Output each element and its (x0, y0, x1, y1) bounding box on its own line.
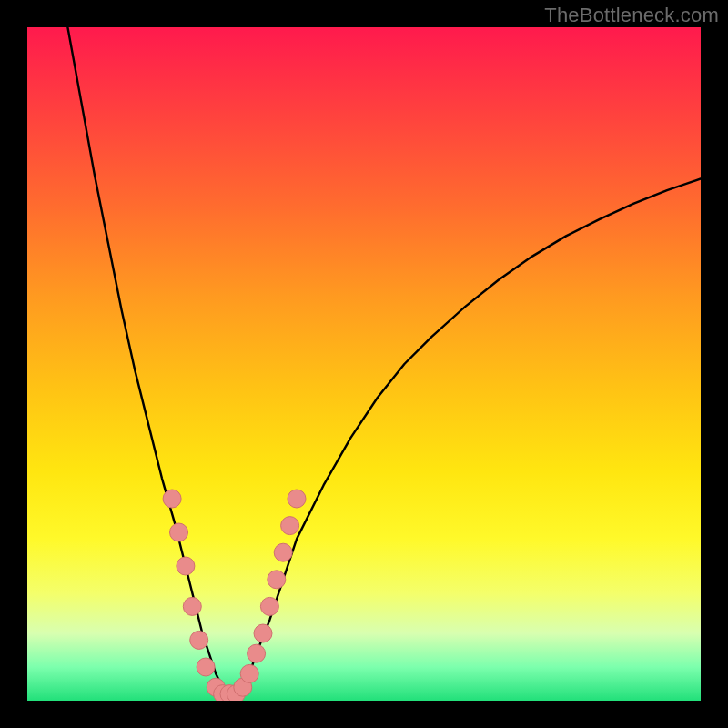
data-marker (281, 517, 299, 535)
data-marker (190, 631, 208, 649)
data-marker (183, 597, 201, 615)
data-marker (177, 557, 195, 575)
data-marker (254, 624, 272, 642)
data-marker (163, 490, 181, 508)
chart-frame: TheBottleneck.com (0, 0, 728, 728)
marker-layer (163, 490, 306, 701)
data-marker (268, 571, 286, 589)
data-marker (248, 644, 266, 662)
data-marker (170, 523, 188, 541)
watermark-text: TheBottleneck.com (544, 4, 719, 27)
data-marker (197, 658, 215, 676)
data-marker (260, 597, 278, 615)
data-marker (274, 543, 292, 561)
data-marker (240, 664, 258, 682)
plot-svg (27, 27, 701, 701)
data-marker (288, 490, 306, 508)
plot-area (27, 27, 701, 701)
curve-layer (67, 27, 701, 694)
bottleneck-curve (67, 27, 701, 694)
